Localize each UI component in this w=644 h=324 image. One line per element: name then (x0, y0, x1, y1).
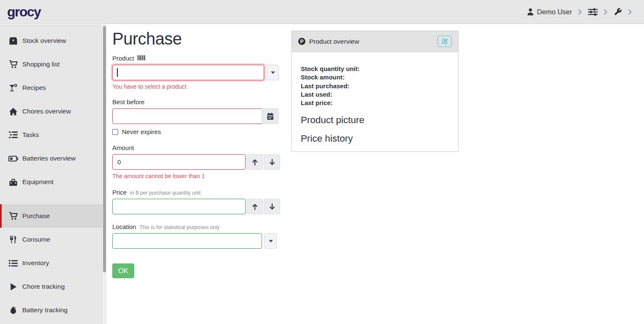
best-before-label: Best before (112, 98, 145, 105)
ok-button[interactable]: OK (112, 263, 134, 278)
settings-sliders-button[interactable] (588, 8, 598, 16)
sidebar-item-chore-tracking[interactable]: Chore tracking (0, 275, 106, 298)
text-cursor (117, 68, 118, 77)
sidebar-item-stock-overview[interactable]: Stock overview (0, 29, 106, 53)
sidebar-item-batteries-overview[interactable]: Batteries overview (0, 147, 106, 170)
main-content: Purchase Product You have to select a pr… (106, 24, 644, 324)
price-label: Price (112, 189, 127, 196)
price-increment-button[interactable] (246, 199, 263, 214)
amount-field-group: Amount The amount cannot be lower than 1 (112, 144, 285, 179)
barcode-icon (138, 55, 146, 61)
caret-down-icon (269, 240, 273, 242)
location-label: Location (112, 223, 136, 230)
never-expires-row: Never expires (112, 128, 285, 135)
calendar-button[interactable] (262, 108, 278, 124)
sidebar-item-label: Purchase (22, 212, 50, 220)
stock-field: Last used: (301, 90, 449, 99)
amount-label: Amount (112, 144, 134, 151)
cocktail-icon (8, 84, 18, 92)
product-overview-title: Product overview (309, 38, 359, 45)
stock-field: Stock quantity unit: (301, 65, 449, 73)
product-picture-heading: Product picture (301, 115, 449, 126)
shopping-cart-icon (8, 60, 18, 68)
product-label: Product (112, 55, 134, 62)
location-hint: This is for statistical purposes only (140, 224, 220, 230)
caret-down-icon (271, 71, 275, 74)
wrench-button[interactable] (614, 8, 622, 16)
battery-icon (8, 155, 18, 162)
user-menu[interactable]: Demo User (527, 8, 572, 16)
amount-increment-button[interactable] (246, 154, 263, 170)
sidebar-item-consume[interactable]: Consume (0, 228, 106, 251)
sidebar-item-label: Tasks (22, 131, 39, 139)
product-field-group: Product You have to select a product (112, 55, 285, 90)
sidebar-item-label: Battery tracking (22, 306, 68, 314)
user-icon (527, 8, 534, 16)
sidebar-item-label: Chore tracking (22, 283, 65, 290)
never-expires-label: Never expires (122, 128, 161, 135)
sidebar-section-divider (0, 194, 106, 204)
arrow-down-icon (269, 203, 276, 210)
sidebar-item-inventory[interactable]: Inventory (0, 251, 106, 275)
sidebar-item-recipes[interactable]: Recipes (0, 76, 106, 100)
stock-field: Last purchased: (301, 82, 449, 90)
droplet-icon (8, 306, 18, 314)
user-name: Demo User (537, 8, 572, 16)
amount-decrement-button[interactable] (264, 154, 280, 170)
edit-product-button[interactable] (437, 36, 452, 47)
location-input[interactable] (112, 233, 262, 249)
price-decrement-button[interactable] (264, 199, 280, 214)
play-icon (8, 283, 18, 291)
tasks-icon (8, 131, 18, 139)
navbar-right: Demo User (527, 8, 632, 16)
price-field-group: Price in $ per purchase quantity unit (112, 189, 285, 214)
sidebar-item-purchase[interactable]: Purchase (0, 204, 106, 228)
boxes-icon (8, 37, 18, 45)
stock-field: Stock amount: (301, 73, 449, 82)
top-navbar: grocy Demo User (0, 0, 644, 24)
product-input-wrap (112, 65, 264, 80)
toolbox-icon (8, 178, 18, 186)
sidebar-scrollbar-thumb[interactable] (103, 26, 106, 272)
sidebar-item-label: Chores overview (22, 108, 71, 115)
price-history-heading: Price history (301, 133, 449, 144)
location-dropdown-button[interactable] (265, 233, 277, 249)
sidebar: Stock overview Shopping list Recipes Cho… (0, 24, 106, 324)
edit-icon (441, 38, 448, 45)
sidebar-item-label: Inventory (22, 259, 49, 267)
sidebar-item-equipment[interactable]: Equipment (0, 170, 106, 194)
page-title: Purchase (112, 29, 285, 48)
price-hint: in $ per purchase quantity unit (130, 190, 200, 196)
product-error-text: You have to select a product (112, 83, 285, 90)
product-overview-card: P Product overview Stock quantity unit: … (292, 31, 458, 152)
never-expires-checkbox[interactable] (112, 129, 118, 135)
home-icon (8, 108, 18, 116)
product-badge-icon: P (298, 38, 305, 45)
chevron-right-icon (604, 9, 608, 15)
sidebar-item-label: Consume (22, 236, 50, 243)
sidebar-item-label: Equipment (22, 178, 53, 186)
amount-input[interactable] (112, 154, 246, 170)
product-overview-body: Stock quantity unit: Stock amount: Last … (292, 52, 458, 144)
sidebar-item-label: Recipes (22, 84, 46, 92)
sidebar-item-chores-overview[interactable]: Chores overview (0, 100, 106, 123)
product-input[interactable] (112, 65, 264, 80)
sidebar-item-label: Batteries overview (22, 155, 76, 162)
sidebar-scrollbar-track (103, 24, 106, 324)
grocy-logo[interactable]: grocy (7, 4, 41, 20)
product-dropdown-button[interactable] (267, 65, 279, 80)
chevron-right-icon (578, 9, 582, 15)
arrow-up-icon (252, 203, 258, 210)
purchase-form: Purchase Product You have to select a pr… (112, 29, 285, 278)
chevron-right-icon (628, 9, 632, 15)
shopping-cart-icon (8, 212, 18, 220)
amount-error-text: The amount cannot be lower than 1 (112, 173, 285, 179)
sidebar-item-shopping-list[interactable]: Shopping list (0, 53, 106, 76)
sidebar-item-tasks[interactable]: Tasks (0, 123, 106, 147)
utensils-icon (8, 235, 18, 244)
calendar-icon (267, 113, 274, 120)
best-before-input[interactable] (112, 108, 262, 124)
price-input[interactable] (112, 199, 246, 214)
sidebar-item-battery-tracking[interactable]: Battery tracking (0, 298, 106, 322)
sidebar-item-label: Shopping list (22, 61, 60, 68)
